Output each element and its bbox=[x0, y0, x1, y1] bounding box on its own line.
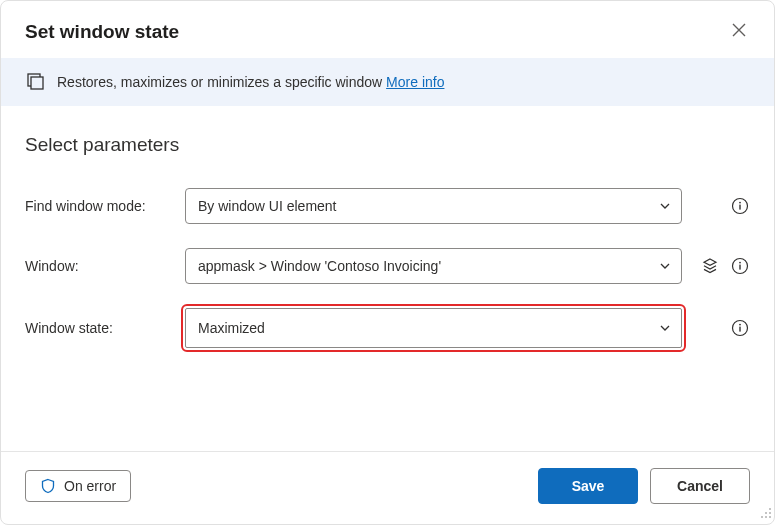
layers-icon[interactable] bbox=[700, 256, 720, 276]
svg-point-3 bbox=[739, 202, 741, 204]
window-select[interactable]: appmask > Window 'Contoso Invoicing' bbox=[185, 248, 682, 284]
close-button[interactable] bbox=[728, 19, 750, 44]
cancel-button[interactable]: Cancel bbox=[650, 468, 750, 504]
svg-point-14 bbox=[761, 516, 763, 518]
row-window: Window: appmask > Window 'Contoso Invoic… bbox=[25, 248, 750, 284]
section-heading: Select parameters bbox=[1, 106, 774, 164]
find-window-mode-label: Find window mode: bbox=[25, 198, 173, 214]
svg-point-12 bbox=[765, 512, 767, 514]
close-icon bbox=[732, 23, 746, 37]
svg-point-6 bbox=[739, 262, 741, 264]
row-find-window-mode: Find window mode: By window UI element bbox=[25, 188, 750, 224]
info-icon[interactable] bbox=[730, 196, 750, 216]
window-state-label: Window state: bbox=[25, 320, 173, 336]
svg-point-16 bbox=[769, 516, 771, 518]
more-info-link[interactable]: More info bbox=[386, 74, 444, 90]
svg-point-13 bbox=[769, 512, 771, 514]
find-window-mode-value: By window UI element bbox=[198, 198, 337, 214]
on-error-label: On error bbox=[64, 478, 116, 494]
window-state-value: Maximized bbox=[198, 320, 265, 336]
svg-point-15 bbox=[765, 516, 767, 518]
svg-rect-10 bbox=[739, 327, 740, 332]
window-value: appmask > Window 'Contoso Invoicing' bbox=[198, 258, 441, 274]
banner-message: Restores, maximizes or minimizes a speci… bbox=[57, 74, 386, 90]
svg-point-11 bbox=[769, 508, 771, 510]
shield-icon bbox=[40, 478, 56, 494]
svg-rect-1 bbox=[31, 77, 43, 89]
svg-rect-7 bbox=[739, 265, 740, 270]
window-icon bbox=[25, 72, 45, 92]
svg-rect-4 bbox=[739, 205, 740, 210]
window-state-select[interactable]: Maximized bbox=[185, 308, 682, 348]
find-window-mode-select[interactable]: By window UI element bbox=[185, 188, 682, 224]
row-window-state: Window state: Maximized bbox=[25, 308, 750, 348]
svg-point-9 bbox=[739, 324, 741, 326]
on-error-button[interactable]: On error bbox=[25, 470, 131, 502]
save-button[interactable]: Save bbox=[538, 468, 638, 504]
dialog-title: Set window state bbox=[25, 21, 179, 43]
window-label: Window: bbox=[25, 258, 173, 274]
info-banner: Restores, maximizes or minimizes a speci… bbox=[1, 58, 774, 106]
info-icon[interactable] bbox=[730, 256, 750, 276]
banner-text: Restores, maximizes or minimizes a speci… bbox=[57, 74, 444, 90]
info-icon[interactable] bbox=[730, 318, 750, 338]
resize-grip-icon[interactable] bbox=[760, 506, 772, 522]
